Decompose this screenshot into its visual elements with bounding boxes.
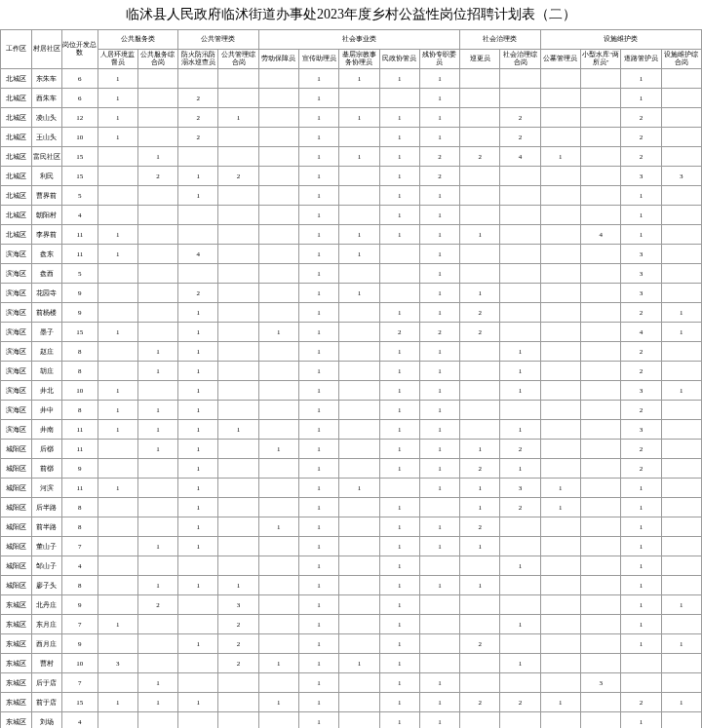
cell-val: 1 [298,323,338,342]
cell-val: 2 [460,303,500,323]
cell-val: 3 [218,595,258,615]
cell-val [258,381,298,401]
cell-area: 城阳区 [1,479,32,498]
cell-val: 1 [137,342,177,362]
cell-val: 1 [379,459,419,479]
cell-val: 1 [178,186,218,206]
cell-val [540,459,580,479]
cell-val: 1 [379,634,419,654]
cell-val [540,517,580,537]
cell-val: 1 [298,186,338,206]
cell-val [661,654,701,673]
cell-val [460,186,500,206]
cell-val: 1 [460,284,500,303]
h-c5: 劳动保障员 [258,50,298,69]
cell-val: 1 [98,69,137,89]
cell-val: 1 [298,401,338,420]
cell-val: 1 [298,459,338,479]
cell-val [218,517,258,537]
cell-total: 15 [62,323,98,342]
cell-val [258,89,298,108]
cell-val: 2 [218,615,258,634]
cell-village: 朝阳村 [31,206,62,225]
h-c2: 公共服务综合岗 [137,50,177,69]
cell-val [258,712,298,729]
cell-area: 东城区 [1,615,32,634]
cell-val [500,225,540,245]
cell-village: 邹山子 [31,556,62,576]
cell-village: 刘场 [31,712,62,729]
cell-total: 7 [62,615,98,634]
cell-val: 1 [419,517,459,537]
cell-val [540,537,580,556]
cell-total: 4 [62,206,98,225]
cell-val: 1 [298,381,338,401]
cell-val [581,342,621,362]
cell-val: 1 [460,576,500,595]
table-row: 滨海区花园寺9211113 [1,284,702,303]
cell-val [339,498,379,517]
cell-village: 北丹庄 [31,595,62,615]
cell-val [178,69,218,89]
table-row: 滨海区胡庄81111112 [1,362,702,381]
cell-val [581,401,621,420]
cell-village: 胡庄 [31,362,62,381]
cell-area: 城阳区 [1,498,32,517]
cell-val: 1 [258,654,298,673]
cell-total: 4 [62,712,98,729]
cell-val [419,615,459,634]
cell-val [581,284,621,303]
table-row: 城阳区董山子71111111 [1,537,702,556]
cell-total: 7 [62,673,98,693]
cell-val: 2 [137,595,177,615]
h-c4: 公共管理综合岗 [218,50,258,69]
cell-total: 9 [62,303,98,323]
cell-val [460,595,500,615]
cell-val [137,128,177,147]
cell-total: 9 [62,459,98,479]
cell-val [258,459,298,479]
cell-val [581,615,621,634]
cell-val: 1 [500,381,540,401]
cell-val [661,712,701,729]
cell-val: 1 [379,537,419,556]
cell-val: 1 [137,362,177,381]
cell-val [178,673,218,693]
cell-val [540,712,580,729]
cell-val [258,615,298,634]
cell-val: 1 [178,479,218,498]
cell-village: 井南 [31,420,62,440]
cell-val [540,654,580,673]
cell-val: 1 [218,576,258,595]
cell-total: 5 [62,264,98,284]
cell-val [258,206,298,225]
cell-total: 6 [62,69,98,89]
cell-val: 2 [178,108,218,128]
cell-village: 前杨楼 [31,303,62,323]
cell-val [540,206,580,225]
table-row: 北城区东朱车6111111 [1,69,702,89]
table-row: 北城区凌山头12121111122 [1,108,702,128]
cell-village: 赵庄 [31,342,62,362]
cell-val [540,167,580,186]
cell-val [460,245,500,264]
cell-val: 1 [621,206,661,225]
cell-val [540,69,580,89]
table-row: 城阳区前半路81111121 [1,517,702,537]
cell-val [258,245,298,264]
cell-val [339,381,379,401]
cell-val [178,654,218,673]
cell-val [581,381,621,401]
cell-val [581,420,621,440]
cell-val: 1 [419,69,459,89]
cell-val: 1 [500,615,540,634]
cell-val [258,167,298,186]
cell-val: 1 [419,537,459,556]
cell-val: 1 [178,517,218,537]
cell-val: 1 [500,556,540,576]
cell-val: 1 [419,284,459,303]
table-row: 滨海区墨子15111122241 [1,323,702,342]
cell-area: 东城区 [1,595,32,615]
cell-val: 1 [298,479,338,498]
cell-val: 1 [621,634,661,654]
